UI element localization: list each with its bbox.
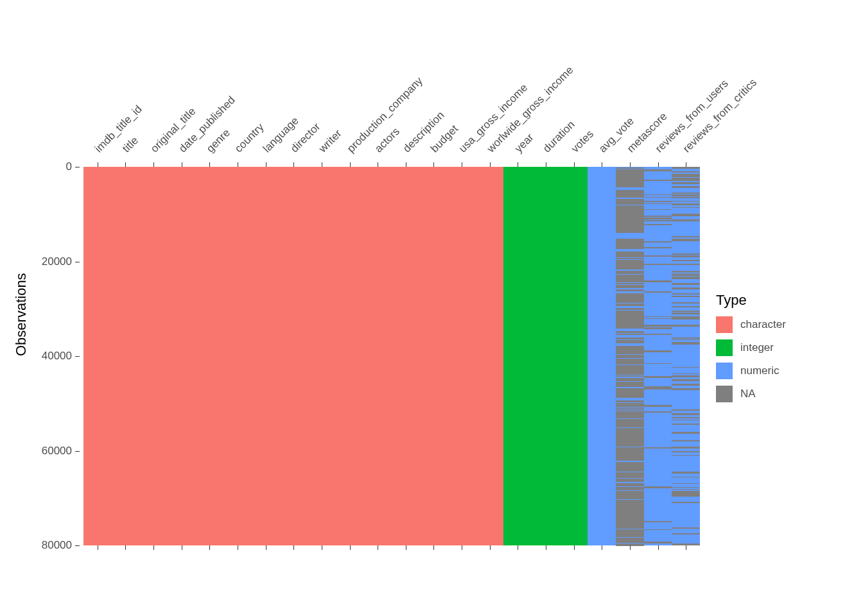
y-tick-label: 20000 <box>42 255 72 268</box>
column-year <box>503 167 532 545</box>
column-imdb_title_id <box>83 167 112 545</box>
column-director <box>279 167 308 545</box>
x-label-year: year <box>512 131 537 155</box>
legend-item-numeric: numeric <box>716 363 786 379</box>
legend-item-NA: NA <box>716 386 786 402</box>
column-writer <box>308 167 336 545</box>
y-axis: 020000400006000080000 <box>0 167 83 545</box>
legend-title: Type <box>716 292 786 309</box>
legend: Type characterintegernumericNA <box>716 292 786 409</box>
legend-item-integer: integer <box>716 339 786 356</box>
column-avg_vote <box>588 167 616 545</box>
column-reviews_from_critics <box>672 167 700 545</box>
legend-label: numeric <box>740 364 779 377</box>
column-worlwide_gross_income <box>476 167 504 545</box>
column-language <box>252 167 280 545</box>
column-genre <box>196 167 224 545</box>
legend-label: NA <box>740 388 756 400</box>
column-title <box>112 167 140 545</box>
plot-area <box>83 167 700 545</box>
legend-swatch-icon <box>716 363 733 379</box>
y-tick-label: 0 <box>66 160 72 173</box>
x-label-country: country <box>232 121 267 155</box>
column-reviews_from_users <box>644 167 672 545</box>
column-date_published <box>168 167 196 545</box>
legend-item-character: character <box>716 316 786 333</box>
legend-label: character <box>740 318 786 331</box>
y-tick-label: 40000 <box>42 350 72 363</box>
x-axis-ticks-bottom <box>83 545 700 552</box>
y-tick-label: 80000 <box>42 539 72 552</box>
y-tick-label: 60000 <box>42 445 72 458</box>
column-votes <box>560 167 588 545</box>
column-budget <box>420 167 448 545</box>
column-metascore <box>616 167 644 545</box>
legend-swatch-icon <box>716 316 733 333</box>
column-usa_gross_income <box>448 167 476 545</box>
x-axis-labels: imdb_title_idtitleoriginal_titledate_pub… <box>83 0 700 167</box>
column-duration <box>532 167 560 545</box>
column-production_company <box>336 167 364 545</box>
column-actors <box>363 167 392 545</box>
chart-container: Observations 020000400006000080000 imdb_… <box>0 0 863 616</box>
legend-label: integer <box>740 341 774 354</box>
column-country <box>223 167 252 545</box>
column-description <box>392 167 420 545</box>
legend-swatch-icon <box>716 339 733 356</box>
x-label-title: title <box>120 134 141 155</box>
legend-swatch-icon <box>716 386 733 402</box>
column-original_title <box>139 167 168 545</box>
